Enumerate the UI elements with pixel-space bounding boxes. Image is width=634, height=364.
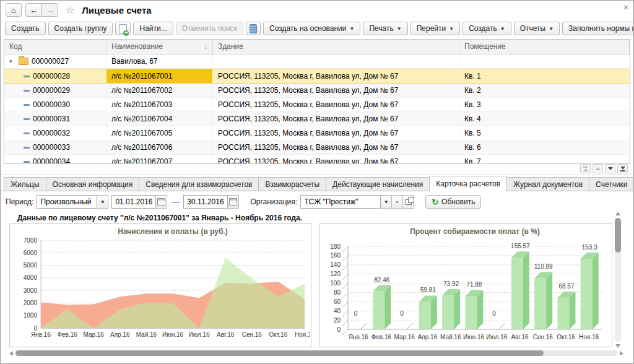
svg-text:Ноя.16: Ноя.16	[579, 334, 599, 340]
tab-counters[interactable]: Счетчики	[589, 177, 634, 191]
move-to-bottom-button[interactable]	[617, 164, 628, 173]
list-nav-buttons	[580, 164, 628, 173]
refresh-icon: ↻	[432, 197, 438, 207]
create-based-on-button[interactable]: Создать на основании▼	[263, 22, 360, 35]
tab-active-accruals[interactable]: Действующие начисления	[326, 177, 430, 191]
svg-text:59.81: 59.81	[420, 287, 436, 293]
table-row[interactable]: 000000028л/с №2011067001РОССИЯ, 113205, …	[4, 69, 630, 84]
column-header: Помещение	[459, 40, 630, 54]
create-button[interactable]: Создать	[5, 22, 46, 35]
account-item-icon	[24, 147, 30, 149]
home-button[interactable]: ⌂	[6, 3, 22, 17]
tab-calculation-card[interactable]: Карточка расчетов	[429, 176, 507, 191]
copy-button[interactable]	[115, 22, 131, 35]
svg-text:20: 20	[334, 317, 341, 324]
close-icon[interactable]: ×	[623, 3, 628, 12]
date-from-field[interactable]	[111, 195, 167, 209]
column-header: Здание	[213, 40, 459, 54]
pane-splitter[interactable]	[1, 175, 633, 175]
svg-text:7000: 7000	[24, 237, 38, 244]
group-row[interactable]: ▾000000027Вавилова, 67	[4, 54, 630, 69]
print-button[interactable]: Печать▼	[363, 22, 407, 35]
svg-text:Начисления и оплаты (в руб.): Начисления и оплаты (в руб.)	[118, 227, 228, 236]
svg-text:153.3: 153.3	[582, 244, 597, 251]
date-range-dash: —	[170, 197, 180, 206]
table-row[interactable]: 000000030л/с №2011067003РОССИЯ, 113205, …	[4, 98, 630, 112]
create-group-button[interactable]: Создать группу	[48, 22, 113, 35]
expander-icon[interactable]: ▾	[9, 55, 15, 68]
svg-text:160: 160	[330, 252, 341, 259]
vertical-scroll-thumb[interactable]	[615, 218, 621, 253]
sort-desc-icon: ↓	[204, 40, 208, 53]
chevron-down-icon: ▼	[350, 26, 355, 32]
svg-text:Мар.16: Мар.16	[83, 331, 104, 338]
scroll-right-icon[interactable]	[620, 351, 623, 356]
table-row[interactable]: 000000029л/с №2011067002РОССИЯ, 113205, …	[4, 84, 630, 98]
calendar-icon[interactable]	[156, 195, 167, 209]
tab-settlement-info[interactable]: Сведения для взаиморасчетов	[139, 177, 259, 191]
goto-button[interactable]: Перейти▼	[410, 22, 460, 35]
column-header: Наименование↓	[106, 40, 213, 54]
account-item-icon	[24, 104, 30, 106]
date-from-input[interactable]	[111, 195, 156, 209]
horizontal-scroll-thumb[interactable]	[15, 350, 544, 356]
date-to-input[interactable]	[183, 195, 228, 209]
chevron-down-icon[interactable]: ▼	[381, 195, 392, 209]
svg-text:Янв.16: Янв.16	[349, 334, 368, 340]
svg-text:40: 40	[334, 308, 341, 314]
home-icon: ⌂	[11, 6, 16, 15]
account-item-icon	[24, 161, 30, 163]
tab-residents[interactable]: Жильцы	[4, 177, 46, 191]
list-settings-button[interactable]	[246, 22, 261, 35]
chevron-down-icon: ▼	[549, 26, 554, 32]
history-nav: ← →	[25, 3, 58, 17]
scroll-left-icon[interactable]	[9, 351, 13, 356]
svg-text:Сен.16: Сен.16	[533, 334, 554, 340]
scroll-down-icon[interactable]	[615, 344, 620, 348]
fill-consumption-norms-button[interactable]: Заполнить нормы потребления	[562, 22, 634, 35]
organization-select[interactable]: ▼ ×	[300, 195, 414, 209]
find-button[interactable]: Найти...	[133, 22, 173, 35]
move-down-button[interactable]	[605, 164, 615, 173]
period-select[interactable]: ▼	[37, 195, 108, 209]
charts-header: Данные по лицевому счету "л/с №201106700…	[9, 214, 310, 222]
account-item-icon	[24, 76, 30, 77]
account-item-icon	[24, 118, 30, 120]
table-row[interactable]: 000000033л/с №2011067006РОССИЯ, 113205, …	[4, 141, 630, 155]
titlebar: ⌂ ← → ☆ Лицевые счета ×	[1, 1, 633, 19]
vertical-scrollbar[interactable]	[614, 212, 622, 348]
triangle-up-icon	[583, 168, 588, 171]
chevron-down-icon[interactable]: ▼	[97, 195, 108, 209]
table-row[interactable]: 000000032л/с №2011067005РОССИЯ, 113205, …	[4, 126, 630, 141]
svg-text:Июл.16: Июл.16	[486, 334, 508, 340]
back-button[interactable]: ←	[25, 3, 42, 17]
date-to-field[interactable]	[183, 195, 239, 209]
favorite-star-icon[interactable]: ☆	[66, 4, 74, 16]
svg-text:6000: 6000	[24, 249, 38, 256]
choose-from-list-icon[interactable]	[403, 195, 414, 209]
reports-button[interactable]: Отчеты▼	[514, 22, 560, 35]
table-row[interactable]: 000000031л/с №2011067004РОССИЯ, 113205, …	[4, 112, 630, 126]
tab-bar: ЖильцыОсновная информацияСведения для вз…	[4, 176, 630, 191]
period-input[interactable]	[37, 195, 97, 209]
tab-main-info[interactable]: Основная информация	[46, 177, 140, 191]
tab-settlements[interactable]: Взаиморасчеты	[258, 177, 326, 191]
svg-text:0: 0	[400, 310, 404, 317]
table-row[interactable]: 000000034л/с №2011067007РОССИЯ, 113205, …	[4, 155, 630, 164]
organization-input[interactable]	[300, 195, 381, 209]
triangle-down-icon	[620, 167, 625, 170]
svg-text:0: 0	[354, 310, 358, 317]
scroll-up-icon[interactable]	[615, 212, 620, 215]
app-window: ⌂ ← → ☆ Лицевые счета × СоздатьСоздать г…	[0, 0, 634, 364]
tab-document-journal[interactable]: Журнал документов	[506, 177, 589, 191]
create-menu-button[interactable]: Создать▼	[462, 22, 511, 35]
horizontal-scrollbar[interactable]	[9, 349, 623, 357]
clear-icon[interactable]: ×	[392, 195, 403, 209]
period-label: Период:	[6, 197, 33, 206]
column-header: Код	[4, 40, 106, 54]
svg-text:2000: 2000	[24, 300, 38, 306]
table-header-row[interactable]: КодНаименование↓ЗданиеПомещение	[4, 40, 630, 54]
svg-text:Май.16: Май.16	[440, 334, 461, 340]
refresh-button[interactable]: ↻ Обновить	[425, 195, 481, 209]
calendar-icon[interactable]	[228, 195, 239, 209]
